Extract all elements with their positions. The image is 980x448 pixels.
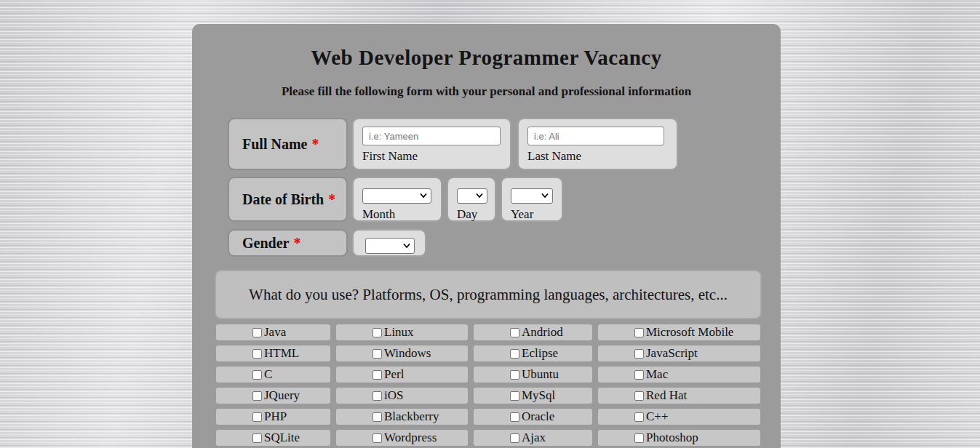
checkbox-icon[interactable] [510, 349, 519, 359]
checkbox-icon[interactable] [252, 328, 262, 337]
skill-label: Java [264, 325, 286, 340]
skill-checkbox-eclipse[interactable]: Eclipse [472, 344, 594, 363]
dob-label-text: Date of Birth [242, 191, 324, 208]
checkbox-icon[interactable] [373, 349, 382, 359]
skill-checkbox-ajax[interactable]: Ajax [472, 428, 594, 447]
checkbox-icon[interactable] [373, 328, 382, 337]
skill-label: JQuery [264, 388, 300, 403]
checkbox-icon[interactable] [252, 412, 262, 422]
skill-checkbox-html[interactable]: HTML [215, 344, 332, 363]
checkbox-icon[interactable] [252, 370, 262, 380]
checkbox-icon[interactable] [510, 412, 519, 422]
skill-label: SQLite [264, 431, 300, 445]
gender-label-text: Gender [242, 235, 289, 252]
skill-checkbox-ios[interactable]: iOS [335, 386, 469, 405]
checkbox-icon[interactable] [634, 370, 644, 380]
skill-label: Windows [384, 346, 431, 361]
skill-checkbox-mac[interactable]: Mac [597, 365, 762, 384]
checkbox-icon[interactable] [510, 370, 519, 380]
skill-label: Red Hat [646, 388, 687, 403]
year-select[interactable] [511, 188, 553, 204]
first-name-input[interactable] [362, 127, 501, 145]
skill-checkbox-perl[interactable]: Perl [335, 365, 469, 384]
day-caption: Day [457, 207, 486, 222]
checkbox-icon[interactable] [252, 433, 262, 443]
skill-label: Photoshop [646, 431, 698, 445]
skill-label: Mac [646, 367, 668, 382]
skill-checkbox-andriod[interactable]: Andriod [472, 323, 594, 342]
skill-label: C++ [646, 409, 669, 424]
day-select[interactable] [457, 188, 487, 204]
skill-checkbox-microsoft-mobile[interactable]: Microsoft Mobile [597, 323, 762, 342]
skill-checkbox-ubuntu[interactable]: Ubuntu [472, 365, 594, 384]
gender-row: Gender * [228, 229, 781, 257]
full-name-label-text: Full Name [242, 136, 307, 153]
skill-checkbox-oracle[interactable]: Oracle [472, 407, 594, 426]
dob-row: Date of Birth * Month Day Year [228, 177, 781, 222]
skill-checkbox-cpp[interactable]: C++ [597, 407, 762, 426]
skill-checkbox-c[interactable]: C [215, 365, 332, 384]
skill-label: MySql [522, 388, 555, 403]
skill-label: iOS [384, 388, 403, 403]
checkbox-icon[interactable] [252, 391, 262, 401]
skills-grid: Java Linux Andriod Microsoft Mobile HTML… [215, 323, 762, 447]
skill-label: Perl [384, 367, 404, 382]
skill-checkbox-mysql[interactable]: MySql [472, 386, 594, 405]
checkbox-icon[interactable] [634, 433, 644, 443]
checkbox-icon[interactable] [634, 349, 644, 359]
skill-checkbox-wordpress[interactable]: Wordpress [335, 428, 469, 447]
checkbox-icon[interactable] [634, 391, 644, 401]
skill-label: JavaScript [646, 346, 698, 361]
last-name-input[interactable] [527, 127, 664, 145]
skill-label: Blackberry [384, 409, 439, 424]
skill-label: Ubuntu [522, 367, 559, 382]
skill-checkbox-javascript[interactable]: JavaScript [597, 344, 762, 363]
chevron-down-icon [476, 192, 483, 199]
skill-label: PHP [264, 409, 287, 424]
skill-checkbox-windows[interactable]: Windows [335, 344, 469, 363]
full-name-row: Full Name * First Name Last Name [228, 118, 781, 170]
gender-select[interactable] [365, 238, 415, 254]
chevron-down-icon [420, 192, 427, 199]
required-asterisk: * [328, 191, 335, 208]
skill-checkbox-java[interactable]: Java [215, 323, 332, 342]
last-name-caption: Last Name [527, 149, 668, 164]
skill-label: Andriod [522, 325, 563, 340]
skill-checkbox-sqlite[interactable]: SQLite [215, 428, 332, 447]
skill-checkbox-red-hat[interactable]: Red Hat [597, 386, 762, 405]
required-asterisk: * [311, 136, 319, 153]
first-name-fieldset: First Name [352, 118, 511, 170]
checkbox-icon[interactable] [373, 412, 382, 422]
checkbox-icon[interactable] [252, 349, 262, 359]
skill-checkbox-photoshop[interactable]: Photoshop [597, 428, 762, 447]
skill-checkbox-blackberry[interactable]: Blackberry [335, 407, 469, 426]
checkbox-icon[interactable] [373, 370, 382, 380]
year-caption: Year [511, 207, 553, 222]
checkbox-icon[interactable] [634, 328, 644, 337]
year-fieldset: Year [501, 177, 563, 222]
skill-checkbox-php[interactable]: PHP [215, 407, 332, 426]
dob-label: Date of Birth * [228, 177, 348, 222]
skill-label: Eclipse [522, 346, 558, 361]
month-caption: Month [362, 207, 432, 222]
skills-section-heading: What do you use? Platforms, OS, programm… [215, 270, 762, 319]
required-asterisk: * [293, 235, 300, 252]
page-subtitle: Please fill the following form with your… [192, 84, 781, 99]
checkbox-icon[interactable] [634, 412, 644, 422]
checkbox-icon[interactable] [373, 391, 382, 401]
skill-label: Wordpress [384, 431, 437, 445]
full-name-label: Full Name * [228, 118, 348, 170]
skill-label: Linux [384, 325, 414, 340]
skill-checkbox-linux[interactable]: Linux [335, 323, 469, 342]
month-fieldset: Month [352, 177, 442, 222]
checkbox-icon[interactable] [373, 433, 382, 443]
checkbox-icon[interactable] [510, 391, 519, 401]
month-select[interactable] [362, 188, 431, 204]
chevron-down-icon [403, 242, 410, 249]
gender-fieldset [352, 229, 426, 257]
checkbox-icon[interactable] [510, 328, 519, 337]
skill-label: HTML [264, 346, 299, 361]
checkbox-icon[interactable] [510, 433, 519, 443]
skill-checkbox-jquery[interactable]: JQuery [215, 386, 332, 405]
gender-label: Gender * [228, 229, 348, 257]
